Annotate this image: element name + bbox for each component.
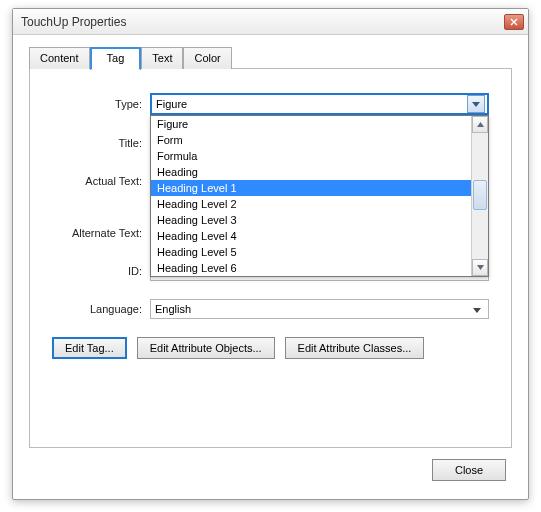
type-value: Figure [156,98,467,110]
edit-tag-button[interactable]: Edit Tag... [52,337,127,359]
row-type: Type: Figure FigureFormFormulaHeadingHea… [52,93,489,115]
dialog-body: Content Tag Text Color Type: Figure Figu… [13,35,528,499]
footer-buttons: Close [432,459,506,481]
dropdown-option[interactable]: Figure [151,116,488,132]
language-value: English [155,303,470,315]
dropdown-option[interactable]: Heading Level 4 [151,228,488,244]
chevron-down-icon [470,303,484,315]
scroll-up-button[interactable] [472,116,488,133]
dropdown-button[interactable] [467,95,485,113]
tag-panel: Type: Figure FigureFormFormulaHeadingHea… [29,68,512,448]
type-dropdown: FigureFormFormulaHeadingHeading Level 1H… [150,115,489,277]
dropdown-option[interactable]: Heading Level 2 [151,196,488,212]
tab-content[interactable]: Content [29,47,90,69]
close-button[interactable]: Close [432,459,506,481]
dropdown-option[interactable]: Heading Level 3 [151,212,488,228]
label-title: Title: [52,137,150,149]
window-title: TouchUp Properties [21,15,504,29]
scroll-down-button[interactable] [472,259,488,276]
label-id: ID: [52,265,150,277]
edit-attribute-classes-button[interactable]: Edit Attribute Classes... [285,337,425,359]
chevron-down-icon [477,265,484,270]
language-combobox[interactable]: English [150,299,489,319]
window-close-button[interactable] [504,14,524,30]
titlebar[interactable]: TouchUp Properties [13,9,528,35]
tab-color[interactable]: Color [183,47,231,69]
dropdown-option[interactable]: Heading Level 5 [151,244,488,260]
type-field-wrap: Figure FigureFormFormulaHeadingHeading L… [150,93,489,115]
label-type: Type: [52,98,150,110]
scroll-thumb[interactable] [473,180,487,210]
touchup-properties-dialog: TouchUp Properties Content Tag Text Colo… [12,8,529,500]
chevron-down-icon [472,102,480,107]
dropdown-option[interactable]: Heading Level 6 [151,260,488,276]
tab-strip: Content Tag Text Color [29,47,512,69]
type-combobox[interactable]: Figure [150,93,489,115]
close-icon [510,18,518,26]
dropdown-scrollbar [471,116,488,276]
dropdown-option[interactable]: Heading Level 1 [151,180,488,196]
label-alternate-text: Alternate Text: [52,227,150,239]
tab-text[interactable]: Text [141,47,183,69]
edit-attribute-objects-button[interactable]: Edit Attribute Objects... [137,337,275,359]
dropdown-list: FigureFormFormulaHeadingHeading Level 1H… [151,116,488,276]
dropdown-option[interactable]: Formula [151,148,488,164]
row-language: Language: English [52,299,489,319]
dropdown-option[interactable]: Heading [151,164,488,180]
label-actual-text: Actual Text: [52,175,150,187]
chevron-up-icon [477,122,484,127]
label-language: Language: [52,303,150,315]
button-row: Edit Tag... Edit Attribute Objects... Ed… [52,337,489,359]
dropdown-option[interactable]: Form [151,132,488,148]
tab-tag[interactable]: Tag [90,47,142,70]
